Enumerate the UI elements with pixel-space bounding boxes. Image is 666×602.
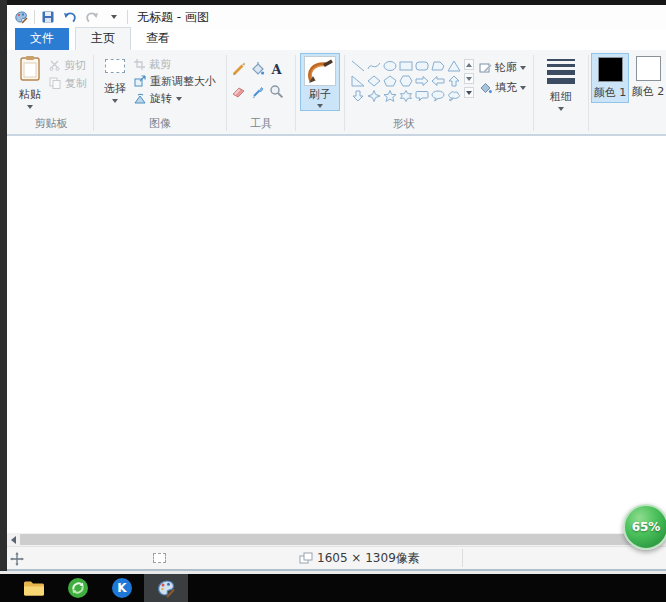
shapes-more-icon[interactable] (464, 87, 474, 98)
group-shapes: 轮廓 填充 形状 (347, 52, 531, 134)
outline-button[interactable]: 轮廓 (479, 60, 526, 75)
text-tool[interactable]: A (267, 57, 285, 79)
taskbar-paint-active[interactable] (144, 574, 188, 602)
crop-label: 裁剪 (149, 57, 171, 72)
titlebar-separator (127, 10, 128, 24)
svg-text:A: A (270, 61, 282, 75)
tab-file[interactable]: 文件 (15, 28, 69, 50)
title-bar: 无标题 - 画图 (7, 5, 666, 29)
paste-button[interactable]: 粘贴 (11, 52, 49, 109)
size-label: 粗细 (550, 89, 572, 104)
save-icon[interactable] (40, 9, 56, 25)
shape-right-arrow[interactable] (414, 73, 430, 88)
copy-button[interactable]: 复制 (49, 76, 87, 90)
shapes-scroll-controls (464, 52, 474, 98)
brushes-button[interactable]: 刷子 (300, 53, 340, 111)
redo-icon[interactable] (84, 9, 100, 25)
size-button[interactable]: 粗细 (542, 52, 580, 111)
color2-button[interactable]: 颜色 2 (629, 53, 666, 101)
image-size-icon (299, 552, 313, 565)
shape-down-arrow[interactable] (350, 88, 366, 103)
color1-button[interactable]: 颜色 1 (591, 53, 629, 103)
shapes-scroll-down-icon[interactable] (464, 73, 474, 84)
drawing-canvas[interactable] (7, 136, 666, 533)
shape-oval-callout[interactable] (430, 88, 446, 103)
paste-icon (19, 55, 41, 85)
paint-taskbar-icon (156, 578, 176, 598)
shapes-scroll-up-icon[interactable] (464, 59, 474, 70)
shape-six-point-star[interactable] (398, 88, 414, 103)
magnifier-tool[interactable] (267, 80, 285, 102)
paste-label: 粘贴 (19, 87, 41, 102)
shape-four-point-star[interactable] (366, 88, 382, 103)
line-width-icon (547, 55, 575, 84)
eraser-tool[interactable] (229, 80, 247, 102)
shape-left-arrow[interactable] (430, 73, 446, 88)
select-button[interactable]: 选择 (96, 52, 134, 103)
outline-icon (479, 61, 492, 74)
fill-button[interactable]: 填充 (479, 80, 526, 95)
selection-size-icon (153, 553, 166, 563)
magnifier-icon (269, 84, 284, 99)
outline-label: 轮廓 (495, 60, 517, 75)
shape-rounded-rectangle-callout[interactable] (414, 88, 430, 103)
group-image: 选择 裁剪 重新调整大小 旋转 (96, 52, 224, 134)
select-label: 选择 (104, 81, 126, 96)
shape-pentagon[interactable] (382, 73, 398, 88)
taskbar-file-explorer[interactable] (12, 574, 56, 602)
resize-button[interactable]: 重新调整大小 (134, 74, 216, 88)
paste-caret-icon (27, 105, 33, 109)
fill-caret-icon (520, 86, 526, 90)
text-icon: A (269, 61, 284, 76)
shape-rectangle[interactable] (398, 58, 414, 73)
shape-triangle[interactable] (446, 58, 462, 73)
shape-line[interactable] (350, 58, 366, 73)
shape-curve[interactable] (366, 58, 382, 73)
color2-swatch (636, 56, 661, 81)
scrollbar-thumb[interactable] (20, 534, 644, 545)
k-app-icon: K (112, 578, 132, 598)
group-tools: A 工具 (229, 52, 293, 134)
group-divider (295, 55, 296, 131)
fill-with-color-tool[interactable] (248, 57, 266, 79)
status-bar: 1605 × 1309像素 (7, 546, 666, 569)
color-picker-tool[interactable] (248, 80, 266, 102)
taskbar-browser[interactable] (56, 574, 100, 602)
shape-polygon[interactable] (430, 58, 446, 73)
group-divider (533, 55, 534, 131)
rotate-icon (134, 93, 146, 104)
crop-icon (134, 59, 145, 70)
image-group-label: 图像 (96, 115, 224, 134)
undo-icon[interactable] (62, 9, 78, 25)
shape-cloud-callout[interactable] (446, 88, 462, 103)
zoom-level-badge[interactable]: 65% (623, 504, 666, 550)
crop-button[interactable]: 裁剪 (134, 57, 216, 71)
shape-up-arrow[interactable] (446, 73, 462, 88)
shape-right-triangle[interactable] (350, 73, 366, 88)
outline-caret-icon (520, 66, 526, 70)
qat-customize-icon[interactable] (106, 9, 122, 25)
zoom-level-text: 65% (632, 520, 661, 534)
color-picker-icon (250, 84, 265, 99)
size-caret-icon (558, 107, 564, 111)
shape-diamond[interactable] (366, 73, 382, 88)
shape-rounded-rectangle[interactable] (414, 58, 430, 73)
scroll-left-icon[interactable] (7, 533, 20, 546)
group-divider (226, 55, 227, 131)
shape-ellipse[interactable] (382, 58, 398, 73)
horizontal-scrollbar[interactable] (7, 533, 666, 546)
group-divider (93, 55, 94, 131)
cut-button[interactable]: 剪切 (49, 58, 87, 72)
eraser-icon (231, 84, 246, 99)
cursor-position-icon (10, 551, 24, 570)
tab-home[interactable]: 主页 (75, 27, 131, 50)
taskbar-k-app[interactable]: K (100, 574, 144, 602)
rotate-button[interactable]: 旋转 (134, 91, 216, 105)
rotate-label: 旋转 (150, 91, 172, 106)
pencil-tool[interactable] (229, 57, 247, 79)
shape-five-point-star[interactable] (382, 88, 398, 103)
shape-hexagon[interactable] (398, 73, 414, 88)
paint-window: 无标题 - 画图 文件 主页 查看 粘贴 剪切 (7, 5, 666, 571)
copy-icon (49, 77, 61, 89)
tab-view[interactable]: 查看 (131, 28, 185, 50)
